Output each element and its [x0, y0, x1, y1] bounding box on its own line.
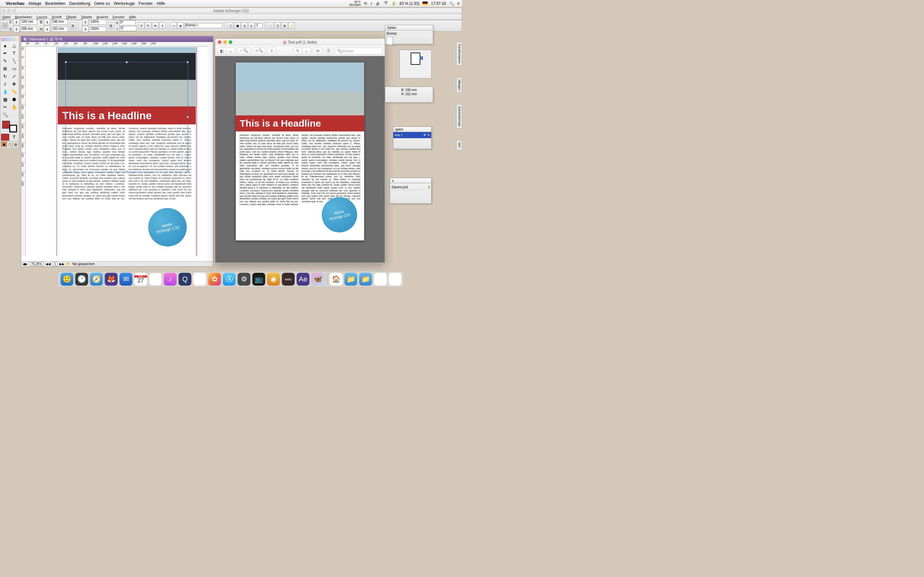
input-source-flag-icon[interactable]: [423, 2, 428, 5]
scale-tool-icon[interactable]: ⤢: [10, 73, 18, 80]
pencil-tool-icon[interactable]: ✎: [1, 57, 9, 64]
textwrap-bbox-icon[interactable]: ▣: [234, 23, 241, 29]
sidebar-menu-icon[interactable]: ⌄: [226, 47, 235, 55]
pages-panel-tab[interactable]: Seiten: [385, 25, 433, 31]
id-menu-bearbeiten[interactable]: Bearbeiten: [15, 15, 32, 19]
id-menu-datei[interactable]: Datei: [2, 15, 11, 19]
win-zoom-icon[interactable]: [13, 9, 16, 13]
links-tab[interactable]: s: [390, 178, 431, 183]
dock-calendar-icon[interactable]: APR27: [134, 273, 147, 285]
type-tool-icon[interactable]: T: [10, 50, 18, 57]
view-mode-bleed-icon[interactable]: ▤: [13, 141, 18, 147]
id-menu-objekt[interactable]: Objekt: [66, 15, 76, 19]
dock-stack-icon[interactable]: 🗂: [374, 273, 387, 285]
shear-field[interactable]: 0°: [120, 26, 136, 31]
pen-tool-icon[interactable]: ✒: [1, 50, 9, 57]
rotate-field[interactable]: 0°: [119, 20, 136, 25]
y-field[interactable]: 206 mm: [21, 27, 37, 32]
dock-app1-icon[interactable]: ◉: [267, 273, 280, 285]
pv-min-icon[interactable]: [223, 40, 227, 44]
rotate-ccw-icon[interactable]: ↺: [138, 23, 144, 29]
notification-center-icon[interactable]: ≡: [457, 1, 459, 6]
scaley-field[interactable]: 100%: [89, 27, 106, 32]
dock-photos-icon[interactable]: ✿: [208, 273, 221, 285]
hand-tool-icon[interactable]: ✋: [10, 103, 18, 111]
markup-icon[interactable]: Ⓐ: [324, 47, 333, 55]
pv-close-icon[interactable]: [218, 40, 221, 44]
w-field[interactable]: 190 mm: [51, 19, 68, 25]
dock-mail-icon[interactable]: ✉: [120, 273, 132, 285]
navigator-panel[interactable]: igator ene 1 👁 ✎: [393, 127, 431, 149]
tab-charformat[interactable]: Zeichenformate: [456, 104, 462, 129]
pages-panel[interactable]: Seiten [Keine]: [385, 25, 433, 44]
dock-aftereffects-icon[interactable]: Ae: [297, 273, 310, 285]
textwrap-none-icon[interactable]: ▢: [227, 23, 234, 29]
dock-quicktime-icon[interactable]: Q: [179, 273, 192, 285]
dock-sysprefs-icon[interactable]: ⚙: [238, 273, 250, 285]
zoom-nav-icon[interactable]: ◀▶: [23, 262, 27, 266]
page-field[interactable]: 1: [53, 262, 58, 266]
style-field[interactable]: [Keine] +: [184, 23, 223, 28]
line-tool-icon[interactable]: ╲: [10, 57, 18, 64]
sidebar-toggle-icon[interactable]: ◧: [217, 47, 226, 55]
tab-transform[interactable]: Transformieren: [456, 42, 462, 66]
scissors-tool-icon[interactable]: ✂: [1, 103, 9, 111]
document-title-bar[interactable]: Unbenannt-1 @ 76 %: [21, 36, 213, 42]
share-icon[interactable]: ⇧: [267, 47, 276, 55]
scaley-stepper[interactable]: ⇕: [82, 26, 89, 32]
select-container-icon[interactable]: ▭: [170, 23, 177, 29]
time-machine-icon[interactable]: ⟲: [364, 1, 367, 6]
dock-firefox-icon[interactable]: 🦊: [105, 273, 118, 285]
select-content-icon[interactable]: ◈: [178, 23, 184, 29]
id-menu-tabelle[interactable]: Tabelle: [81, 15, 92, 19]
menubar-app-name[interactable]: Vorschau: [6, 1, 24, 6]
dock-documents-icon[interactable]: 📁: [359, 273, 372, 285]
menu-fenster[interactable]: Fenster: [139, 1, 153, 6]
page-a-thumb-icon[interactable]: A: [411, 53, 420, 65]
view-mode-preview-icon[interactable]: ▢: [7, 141, 13, 147]
page-thumb-icon[interactable]: [387, 37, 393, 45]
fit-content-icon[interactable]: ⬚: [267, 23, 274, 29]
rotate-cw-icon[interactable]: ↻: [145, 23, 152, 29]
columns-field[interactable]: 2: [255, 23, 263, 28]
layer-label[interactable]: ene 1: [395, 133, 403, 137]
zoom-tool-icon[interactable]: 🔍: [1, 111, 9, 118]
annotate-menu-icon[interactable]: ⌄: [302, 47, 311, 55]
battery-icon[interactable]: 🔋: [391, 1, 396, 6]
stroke-color-icon[interactable]: [9, 125, 17, 132]
win-close-icon[interactable]: [2, 9, 6, 13]
y-stepper[interactable]: ⇕: [13, 26, 19, 32]
link-item[interactable]: Square.psd: [391, 185, 408, 189]
navigator-tab[interactable]: igator: [393, 127, 431, 132]
reference-point-selector[interactable]: [2, 23, 8, 29]
dock-itunes-icon[interactable]: ♪: [164, 273, 177, 285]
dock-exec-icon[interactable]: exec: [282, 273, 295, 285]
hero-image-frame[interactable]: [58, 47, 196, 106]
fill-color-icon[interactable]: [2, 121, 10, 129]
h-stepper[interactable]: ⇕: [44, 26, 50, 32]
dock-tv-icon[interactable]: 📺: [252, 273, 265, 285]
menu-ablage[interactable]: Ablage: [28, 1, 41, 6]
annotate-icon[interactable]: ✎: [293, 47, 302, 55]
open-folder-icon[interactable]: 📂: [66, 262, 70, 266]
gradient-tool-icon[interactable]: ▦: [1, 96, 9, 103]
bluetooth-icon[interactable]: ᚼ: [370, 1, 373, 6]
size-panel[interactable]: B: 190 mm H: 162 mm: [385, 87, 433, 103]
dock-home-icon[interactable]: 🏠: [330, 273, 342, 285]
wifi-icon[interactable]: [384, 1, 388, 6]
dock-finder-icon[interactable]: 🙂: [61, 273, 73, 285]
zoom-field[interactable]: 76,26%: [29, 262, 44, 266]
vertical-ruler[interactable]: 20020406080100120140160180200220240260: [21, 47, 26, 256]
pages-spread-area[interactable]: A: [399, 50, 431, 79]
eyedropper-tool-icon[interactable]: 💧: [1, 88, 9, 95]
dock-preview-icon[interactable]: 🖼: [149, 273, 162, 285]
quick-apply-icon[interactable]: ⚡: [288, 23, 295, 29]
rotate-tool-icon[interactable]: ↻: [1, 73, 9, 80]
flip-h-icon[interactable]: ⇋: [152, 23, 158, 29]
id-menu-layout[interactable]: Layout: [37, 15, 47, 19]
links-panel[interactable]: s Square.psd 1: [390, 178, 431, 203]
fit-frame-icon[interactable]: ◫: [274, 23, 281, 29]
rotate-icon[interactable]: ⟲: [313, 47, 322, 55]
menu-bearbeiten[interactable]: Bearbeiten: [45, 1, 65, 6]
id-menu-hilfe[interactable]: Hilfe: [129, 15, 136, 19]
